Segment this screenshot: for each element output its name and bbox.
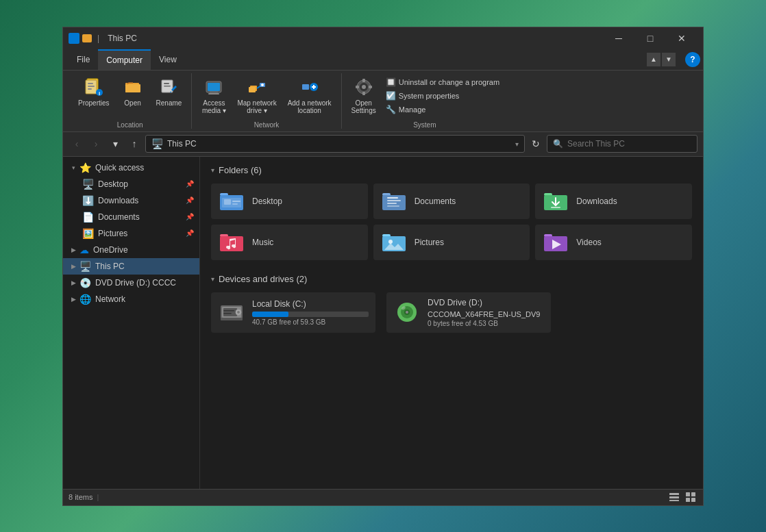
uninstall-button[interactable]: 🔲 Uninstall or change a program xyxy=(383,76,502,88)
sidebar-item-downloads[interactable]: ⬇️ Downloads 📌 xyxy=(77,192,199,209)
svg-rect-8 xyxy=(125,84,140,92)
network-group-label: Network xyxy=(254,121,280,129)
settings-icon xyxy=(353,76,375,98)
grid-view-button[interactable] xyxy=(684,490,697,504)
drive-dvd[interactable]: DVD Drive (D:) CCCOMA_X64FRE_EN-US_DV9 0… xyxy=(386,292,551,333)
downloads-folder-icon xyxy=(542,189,569,214)
navigation-bar: ‹ › ▾ ↑ 🖥️ This PC ▾ ↻ 🔍 xyxy=(63,132,703,157)
status-bar: 8 items | xyxy=(63,489,703,505)
close-button[interactable]: ✕ xyxy=(666,27,697,49)
dvd-drive-icon xyxy=(393,300,421,325)
svg-rect-10 xyxy=(164,83,169,84)
recent-locations-button[interactable]: ▾ xyxy=(107,136,123,152)
sidebar-item-pictures[interactable]: 🖼️ Pictures 📌 xyxy=(77,225,199,242)
sidebar-network[interactable]: ▶ 🌐 Network xyxy=(63,291,199,307)
documents-folder-label: Documents xyxy=(415,197,456,206)
folder-icon[interactable] xyxy=(82,34,92,42)
add-network-button[interactable]: Add a networklocation xyxy=(284,73,336,117)
documents-label: Documents xyxy=(98,212,140,222)
drives-label: Devices and drives (2) xyxy=(219,274,307,284)
svg-rect-40 xyxy=(387,200,401,201)
this-pc-expand: ▶ xyxy=(69,262,78,271)
svg-point-26 xyxy=(362,85,366,89)
back-button[interactable]: ‹ xyxy=(69,136,85,152)
manage-label: Manage xyxy=(399,105,426,114)
svg-rect-13 xyxy=(208,83,220,91)
sidebar-item-documents[interactable]: 📄 Documents 📌 xyxy=(77,209,199,225)
drive-local-disk[interactable]: Local Disk (C:) 40.7 GB free of 59.3 GB xyxy=(211,292,375,333)
sidebar-quick-access[interactable]: ▾ ⭐ Quick access xyxy=(63,160,199,176)
dvd-expand: ▶ xyxy=(69,278,78,288)
quick-launch-icon[interactable] xyxy=(69,33,79,44)
explorer-window: | This PC ─ □ ✕ File Computer View ▲ ▼ ? xyxy=(62,27,704,506)
up-button[interactable]: ↑ xyxy=(126,136,143,152)
address-bar[interactable]: 🖥️ This PC ▾ xyxy=(145,135,525,153)
drives-grid: Local Disk (C:) 40.7 GB free of 59.3 GB xyxy=(211,292,692,338)
ribbon-down-btn[interactable]: ▼ xyxy=(662,53,676,66)
properties-icon: i xyxy=(83,76,105,98)
sidebar-item-desktop[interactable]: 🖥️ Desktop 📌 xyxy=(77,176,199,192)
folder-desktop[interactable]: Desktop xyxy=(211,183,368,219)
ribbon-collapse-arrows: ▲ ▼ xyxy=(647,53,676,66)
pictures-folder-icon xyxy=(380,230,408,255)
open-button[interactable]: Open xyxy=(116,73,149,110)
ribbon-up-btn[interactable]: ▲ xyxy=(647,53,660,66)
properties-button[interactable]: i Properties xyxy=(74,73,114,110)
system-buttons: OpenSettings 🔲 Uninstall or change a pro… xyxy=(347,73,503,118)
svg-rect-60 xyxy=(223,313,232,314)
dvd-space: 0 bytes free of 4.53 GB xyxy=(428,320,544,327)
maximize-button[interactable]: □ xyxy=(634,27,666,49)
svg-rect-69 xyxy=(669,500,679,501)
folders-section-header[interactable]: ▾ Folders (6) xyxy=(211,165,692,175)
svg-rect-71 xyxy=(691,492,695,496)
location-group-label: Location xyxy=(117,121,143,129)
folder-music[interactable]: Music xyxy=(211,225,368,260)
sidebar-this-pc[interactable]: ▶ 🖥️ This PC xyxy=(63,258,199,275)
tab-view[interactable]: View xyxy=(151,49,185,70)
open-settings-label: OpenSettings xyxy=(351,99,376,114)
open-settings-button[interactable]: OpenSettings xyxy=(347,73,380,117)
folder-downloads[interactable]: Downloads xyxy=(535,183,692,219)
manage-button[interactable]: 🔧 Manage xyxy=(383,103,502,116)
search-input[interactable] xyxy=(567,139,691,149)
svg-rect-2 xyxy=(88,83,93,84)
address-pc-icon: 🖥️ xyxy=(151,138,163,149)
list-view-button[interactable] xyxy=(667,490,681,504)
folders-grid: Desktop Documents xyxy=(211,183,692,260)
pictures-pin: 📌 xyxy=(186,229,194,237)
downloads-pin: 📌 xyxy=(186,197,194,204)
access-media-button[interactable]: Accessmedia ▾ xyxy=(197,73,230,117)
search-bar[interactable]: 🔍 xyxy=(547,135,697,153)
folder-pictures[interactable]: Pictures xyxy=(373,225,530,260)
tab-file[interactable]: File xyxy=(69,49,98,70)
svg-rect-3 xyxy=(88,86,95,87)
onedrive-label: OneDrive xyxy=(93,245,128,255)
svg-rect-70 xyxy=(686,492,690,496)
svg-rect-72 xyxy=(686,498,690,502)
svg-rect-23 xyxy=(313,85,314,89)
map-network-label: Map networkdrive ▾ xyxy=(237,99,276,114)
music-folder-icon xyxy=(218,230,245,255)
help-button[interactable]: ? xyxy=(685,52,700,67)
local-disk-bar-fill xyxy=(252,312,288,317)
folder-videos[interactable]: Videos xyxy=(535,225,692,260)
minimize-button[interactable]: ─ xyxy=(603,27,634,49)
sidebar-dvd-drive[interactable]: ▶ 💿 DVD Drive (D:) CCCC xyxy=(63,275,199,291)
rename-button[interactable]: Rename xyxy=(152,73,186,110)
search-icon: 🔍 xyxy=(553,139,563,149)
map-network-button[interactable]: Map networkdrive ▾ xyxy=(233,73,280,117)
sidebar-onedrive[interactable]: ▶ ☁ OneDrive xyxy=(63,242,199,258)
desktop-folder-icon xyxy=(218,189,245,214)
open-icon xyxy=(122,76,144,98)
system-props-button[interactable]: ☑️ System properties xyxy=(383,90,502,102)
forward-button[interactable]: › xyxy=(88,136,104,152)
folder-documents[interactable]: Documents xyxy=(373,183,530,219)
dvd-name: DVD Drive (D:) xyxy=(428,298,544,307)
tab-computer[interactable]: Computer xyxy=(98,49,151,70)
svg-rect-30 xyxy=(369,86,372,88)
svg-rect-36 xyxy=(232,203,238,205)
ribbon-group-network: Accessmedia ▾ Map network xyxy=(192,73,341,129)
local-disk-bar-bg xyxy=(252,312,369,317)
drives-section-header[interactable]: ▾ Devices and drives (2) xyxy=(211,274,692,284)
refresh-button[interactable]: ↻ xyxy=(528,136,544,152)
